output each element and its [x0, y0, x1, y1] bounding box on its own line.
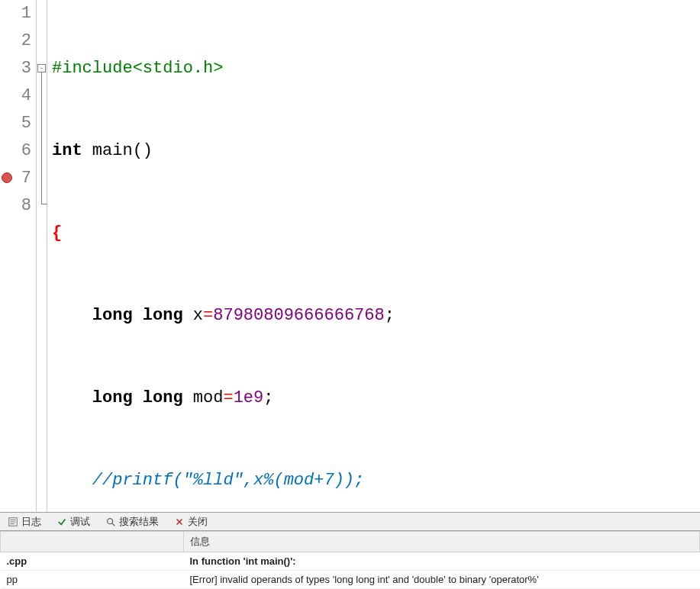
svg-point-4 [108, 518, 113, 523]
fold-column: - [37, 0, 47, 512]
bottom-tabs: 日志 调试 搜索结果 关闭 [0, 513, 700, 531]
tab-debug[interactable]: 调试 [52, 513, 95, 530]
svg-line-5 [112, 523, 115, 526]
log-icon [8, 517, 18, 527]
code-content[interactable]: #include<stdio.h> int main() { long long… [47, 0, 700, 512]
code-line: //printf("%lld",x%(mod+7)); [47, 467, 700, 494]
line-number: 8 [21, 192, 31, 220]
check-icon [56, 517, 67, 527]
close-icon [174, 517, 185, 527]
tab-log[interactable]: 日志 [3, 513, 46, 530]
line-number: 7 [21, 165, 31, 192]
line-number: 1 [21, 0, 31, 27]
search-icon [105, 517, 116, 527]
breakpoint-icon[interactable] [2, 172, 12, 183]
line-number: 3 [21, 55, 31, 82]
message-row[interactable]: .cpp In function 'int main()': [1, 552, 700, 571]
compiler-messages-table: 信息 .cpp In function 'int main()': pp [Er… [0, 531, 700, 589]
fold-toggle-icon[interactable]: - [37, 64, 46, 72]
tab-search[interactable]: 搜索结果 [101, 513, 163, 530]
code-line: #include<stdio.h> [47, 55, 700, 82]
line-number-gutter: 1 2 3 4 5 6 7 8 [0, 0, 37, 512]
line-number: 5 [21, 110, 31, 137]
line-number: 4 [21, 82, 31, 110]
code-line: long long mod=1e9; [47, 385, 700, 412]
code-line: { [47, 220, 700, 247]
message-row[interactable]: pp [Error] invalid operands of types 'lo… [1, 571, 700, 589]
code-editor[interactable]: 1 2 3 4 5 6 7 8 - #include<stdio.h> int … [0, 0, 700, 512]
code-line: long long x=87980809666666768; [47, 302, 700, 330]
bottom-panel: 日志 调试 搜索结果 关闭 信息 .cpp In function 'int m… [0, 512, 700, 589]
line-number: 2 [21, 27, 31, 55]
col-header-info[interactable]: 信息 [184, 532, 700, 552]
code-line: int main() [47, 137, 700, 165]
tab-close[interactable]: 关闭 [169, 513, 212, 530]
col-header-file[interactable] [1, 532, 184, 552]
line-number: 6 [21, 137, 31, 165]
